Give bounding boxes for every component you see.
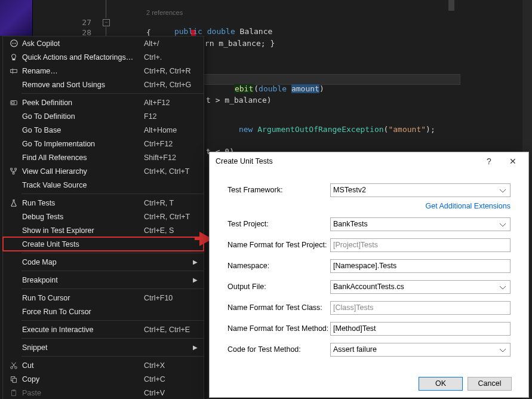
menu-shortcut: Alt+/ (144, 39, 204, 48)
ok-button[interactable]: OK (419, 377, 463, 391)
svg-rect-6 (12, 102, 14, 104)
menu-shortcut: Ctrl+E, S (144, 226, 204, 235)
rename-icon (7, 67, 21, 75)
menu-label: Ask Copilot (21, 39, 144, 48)
menu-label: Code Map (21, 258, 204, 266)
fold-toggle-icon[interactable]: − (103, 19, 110, 26)
get-extensions-link[interactable]: Get Additional Extensions (426, 202, 511, 210)
menu-ask-copilot[interactable]: Ask Copilot Alt+/ (3, 36, 204, 50)
svg-rect-9 (13, 172, 14, 174)
framework-select[interactable]: MSTestv2 (330, 183, 511, 197)
menu-paste: Paste Ctrl+V (3, 386, 204, 399)
token-keyword: double (259, 84, 287, 93)
name-project-input[interactable] (330, 238, 511, 252)
menu-label: Go To Definition (21, 112, 144, 121)
menu-goto-definition[interactable]: Go To Definition F12 (3, 109, 204, 123)
menu-breakpoint[interactable]: Breakpoint ▶ (3, 273, 204, 287)
menu-copy[interactable]: Copy Ctrl+C (3, 372, 204, 386)
menu-execute-interactive[interactable]: Execute in Interactive Ctrl+E, Ctrl+E (3, 323, 204, 336)
svg-rect-8 (15, 168, 17, 170)
svg-point-11 (15, 366, 17, 369)
menu-label: Remove and Sort Usings (21, 81, 144, 89)
token-identifier: Balance (240, 27, 273, 36)
menu-peek-definition[interactable]: Peek Definition Alt+F12 (3, 96, 204, 109)
menu-code-map[interactable]: Code Map ▶ (3, 255, 204, 269)
menu-create-unit-tests[interactable]: Create Unit Tests (3, 237, 204, 251)
menu-shortcut: Shift+F12 (144, 154, 204, 162)
menu-show-test-explorer[interactable]: Show in Test Explorer Ctrl+E, S (3, 223, 204, 237)
menu-separator (21, 194, 204, 194)
submenu-arrow-icon: ▶ (193, 259, 198, 265)
menu-run-tests[interactable]: Run Tests Ctrl+R, T (3, 196, 204, 210)
menu-label: Breakpoint (21, 276, 204, 284)
svg-point-0 (10, 40, 17, 47)
output-file-select[interactable]: BankAccountTests.cs (330, 280, 511, 294)
copilot-icon (7, 39, 21, 48)
editor-context-menu[interactable]: Ask Copilot Alt+/ Quick Actions and Refa… (2, 36, 204, 399)
menu-find-references[interactable]: Find All References Shift+F12 (3, 151, 204, 164)
project-select[interactable]: BankTests (330, 217, 511, 231)
svg-point-2 (14, 43, 16, 44)
menu-shortcut: Ctrl+. (144, 53, 204, 62)
menu-goto-base[interactable]: Go To Base Alt+Home (3, 123, 204, 137)
flask-icon (7, 199, 21, 207)
menu-snippet[interactable]: Snippet ▶ (3, 340, 204, 354)
menu-separator (21, 288, 204, 289)
copy-icon (7, 375, 21, 383)
side-margin (0, 0, 33, 36)
fold-guide (106, 0, 106, 18)
lightbulb-icon (7, 53, 21, 62)
menu-label: Quick Actions and Refactorings… (21, 53, 144, 62)
menu-label: Run Tests (21, 199, 144, 207)
close-button[interactable]: ✕ (501, 153, 525, 170)
menu-label: Run To Cursor (21, 294, 144, 302)
name-class-input[interactable] (330, 301, 511, 315)
code-fragment: t > m_balance) (206, 96, 272, 105)
menu-shortcut: Alt+F12 (144, 99, 204, 107)
hierarchy-icon (7, 167, 21, 176)
paste-icon (7, 389, 21, 397)
menu-quick-actions[interactable]: Quick Actions and Refactorings… Ctrl+. (3, 50, 204, 64)
cancel-button[interactable]: Cancel (468, 377, 512, 391)
code-method-select[interactable]: Assert failure (330, 343, 511, 357)
create-unit-tests-dialog: Create Unit Tests ? ✕ Test Framework: MS… (209, 152, 529, 398)
menu-debug-tests[interactable]: Debug Tests Ctrl+R, Ctrl+T (3, 210, 204, 223)
svg-rect-7 (11, 168, 13, 170)
menu-label: Go To Implementation (21, 140, 144, 148)
menu-label: View Call Hierarchy (21, 167, 144, 176)
name-method-input[interactable] (330, 322, 511, 336)
menu-label: Find All References (21, 154, 144, 162)
submenu-arrow-icon: ▶ (193, 277, 198, 283)
menu-run-to-cursor[interactable]: Run To Cursor Ctrl+F10 (3, 291, 204, 305)
codelens-references[interactable]: 2 references (146, 9, 183, 16)
menu-cut[interactable]: Cut Ctrl+X (3, 358, 204, 372)
menu-shortcut: Ctrl+R, Ctrl+G (144, 81, 204, 89)
menu-remove-usings[interactable]: Remove and Sort Usings Ctrl+R, Ctrl+G (3, 78, 204, 91)
menu-shortcut: F12 (144, 112, 204, 121)
output-file-label: Output File: (227, 283, 330, 291)
token-string: "amount" (388, 125, 426, 134)
namespace-label: Namespace: (227, 262, 330, 270)
svg-rect-3 (11, 69, 17, 72)
token-keyword: public (174, 27, 202, 36)
name-class-label: Name Format for Test Class: (227, 303, 330, 312)
menu-view-call-hierarchy[interactable]: View Call Hierarchy Ctrl+K, Ctrl+T (3, 164, 204, 178)
help-button[interactable]: ? (477, 153, 501, 170)
menu-track-value-source[interactable]: Track Value Source (3, 178, 204, 192)
menu-label: Cut (21, 361, 144, 370)
code-method-label: Code for Test Method: (227, 345, 330, 354)
menu-shortcut: Ctrl+R, Ctrl+T (144, 213, 204, 221)
menu-label: Copy (21, 375, 144, 383)
namespace-input[interactable] (330, 259, 511, 273)
menu-force-run-to-cursor[interactable]: Force Run To Cursor (3, 305, 204, 318)
dialog-titlebar[interactable]: Create Unit Tests ? ✕ (210, 152, 528, 170)
peek-icon (7, 99, 21, 107)
menu-separator (21, 253, 204, 253)
parameter-highlight: amount (291, 84, 319, 93)
token-keyword: new (239, 125, 253, 134)
menu-label: Execute in Interactive (21, 326, 144, 334)
menu-goto-implementation[interactable]: Go To Implementation Ctrl+F12 (3, 137, 204, 151)
menu-shortcut: Ctrl+V (144, 389, 204, 397)
menu-label: Track Value Source (21, 181, 144, 189)
menu-rename[interactable]: Rename… Ctrl+R, Ctrl+R (3, 64, 204, 78)
